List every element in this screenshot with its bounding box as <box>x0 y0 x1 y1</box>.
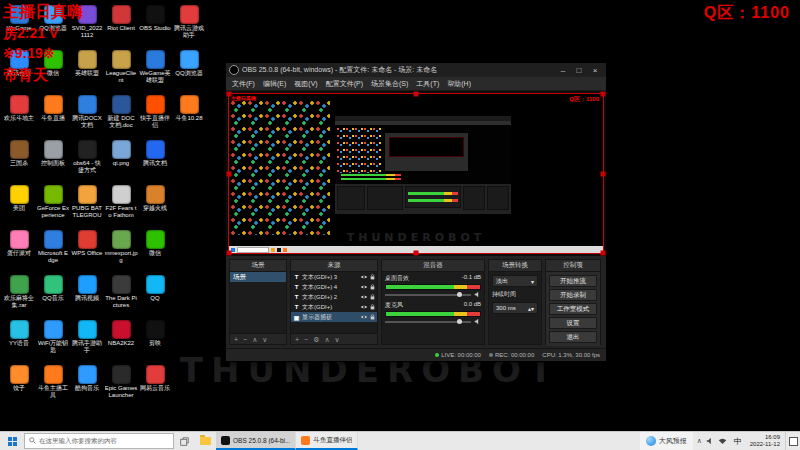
desktop-icon[interactable]: WeGame英雄联盟 <box>138 47 172 92</box>
desktop-icon[interactable]: F2F Fears to Fathom <box>104 182 138 227</box>
maximize-button[interactable]: □ <box>571 64 587 76</box>
control-button[interactable]: 开始录制 <box>549 289 597 301</box>
desktop-icon[interactable]: 腾讯DOCX文档 <box>70 92 104 137</box>
volume-icon[interactable] <box>706 437 714 446</box>
desktop-icon[interactable]: 腾讯手游助手 <box>70 317 104 362</box>
desktop-icon[interactable]: 斗鱼10.28 <box>172 92 206 137</box>
control-button[interactable]: 工作室模式 <box>549 303 597 315</box>
scene-up-button[interactable]: ∧ <box>252 336 257 343</box>
desktop-icon[interactable]: QQ音乐 <box>36 272 70 317</box>
desktop-icon[interactable]: 微信 <box>138 227 172 272</box>
start-button[interactable] <box>0 432 24 450</box>
source-row[interactable]: T 文本(GDI+) <box>291 302 377 312</box>
scene-item[interactable]: 场景 <box>230 272 286 282</box>
desktop-icon[interactable]: 腾讯视频 <box>70 272 104 317</box>
visibility-eye-icon[interactable] <box>360 304 368 310</box>
tray-expand-icon[interactable]: ∧ <box>697 437 702 445</box>
minimize-button[interactable]: – <box>555 64 571 76</box>
close-button[interactable]: × <box>587 64 603 76</box>
visibility-eye-icon[interactable] <box>360 274 368 280</box>
desktop-icon[interactable]: Epic Games Launcher <box>104 362 138 407</box>
desktop-icon[interactable]: GeForce Experience <box>36 182 70 227</box>
taskbar-weather-widget[interactable]: 大风预报 <box>640 432 693 450</box>
desktop-icon[interactable]: NBA2K22 <box>104 317 138 362</box>
menu-item[interactable]: 工具(T) <box>416 79 439 89</box>
desktop-icon[interactable]: WPS Office <box>70 227 104 272</box>
selection-handle[interactable] <box>414 251 419 256</box>
desktop-icon[interactable]: QQ浏览器 <box>172 47 206 92</box>
desktop-icon[interactable]: QQ浏览器 <box>36 2 70 47</box>
remove-source-button[interactable]: − <box>304 336 308 343</box>
visibility-eye-icon[interactable] <box>360 314 368 320</box>
visibility-eye-icon[interactable] <box>360 284 368 290</box>
desktop-icon[interactable]: 新建 DOC 文档.doc <box>104 92 138 137</box>
selection-handle[interactable] <box>227 171 232 176</box>
network-icon[interactable] <box>718 437 727 446</box>
desktop-icon[interactable]: 欢乐斗地主 <box>2 92 36 137</box>
selection-handle[interactable] <box>601 171 606 176</box>
taskbar-window-button[interactable]: 斗鱼直播伴侣 <box>296 432 358 450</box>
selection-handle[interactable] <box>227 92 232 97</box>
source-row[interactable]: T 文本(GDI+) 4 <box>291 282 377 292</box>
menu-item[interactable]: 配置文件(P) <box>326 79 363 89</box>
lock-icon[interactable] <box>370 274 375 280</box>
desktop-icon[interactable]: QQ <box>138 272 172 317</box>
remove-scene-button[interactable]: − <box>243 336 247 343</box>
desktop-icon[interactable]: 斗鱼主播工具 <box>36 362 70 407</box>
desktop-icon[interactable]: Riot Client <box>104 2 138 47</box>
desktop-icon[interactable]: 剪映 <box>138 317 172 362</box>
desktop-icon[interactable]: Microsoft Edge <box>36 227 70 272</box>
speaker-icon[interactable] <box>474 291 481 298</box>
menu-item[interactable]: 编辑(E) <box>263 79 286 89</box>
obs-titlebar[interactable]: OBS 25.0.8 (64-bit, windows) - 配置文件: 未命名… <box>226 63 606 77</box>
menu-item[interactable]: 文件(F) <box>232 79 255 89</box>
desktop-icon[interactable]: 腾讯云游戏助手 <box>172 2 206 47</box>
source-down-button[interactable]: ∨ <box>335 336 340 343</box>
visibility-eye-icon[interactable] <box>360 294 368 300</box>
selection-handle[interactable] <box>227 251 232 256</box>
desktop-icon[interactable]: 饺子 <box>2 362 36 407</box>
taskbar-window-button[interactable]: OBS 25.0.8 (64-bi... <box>216 432 296 450</box>
desktop-icon[interactable]: obs64 - 快捷方式 <box>70 137 104 182</box>
desktop-icon[interactable]: 网易云音乐 <box>138 362 172 407</box>
obs-preview[interactable]: 主播日真嗨 Q区：1100 <box>226 91 606 256</box>
taskbar-search-box[interactable]: 在这里输入你要搜索的内容 <box>24 433 174 449</box>
desktop-icon[interactable]: OBS Studio <box>138 2 172 47</box>
desktop-icon[interactable]: 美团 <box>2 182 36 227</box>
desktop-icon[interactable]: mmexport.jpg <box>104 227 138 272</box>
desktop-icon[interactable]: 腾讯文档 <box>138 137 172 182</box>
source-row[interactable]: T 文本(GDI+) 3 <box>291 272 377 282</box>
desktop-icon[interactable]: 穿越火线 <box>138 182 172 227</box>
duration-spinner[interactable]: 300 ms ▴▾ <box>492 302 538 314</box>
taskbar-clock[interactable]: 16:09 2022-11-12 <box>745 432 785 450</box>
desktop-icon[interactable]: 斗鱼直播 <box>36 92 70 137</box>
spinner-arrows-icon[interactable]: ▴▾ <box>528 305 534 312</box>
source-row[interactable]: T 文本(GDI+) 2 <box>291 292 377 302</box>
desktop-icon[interactable]: 蛋仔派对 <box>2 227 36 272</box>
file-explorer-button[interactable] <box>194 432 216 450</box>
task-view-button[interactable] <box>174 432 194 450</box>
source-row[interactable]: ▣ 显示器捕获 <box>291 312 377 322</box>
source-properties-button[interactable]: ⚙ <box>313 336 319 343</box>
desktop-icon[interactable]: PUBG BATTLEGROUNDS <box>70 182 104 227</box>
desktop-icon[interactable]: 快手直播伴侣 <box>138 92 172 137</box>
lock-icon[interactable] <box>370 314 375 320</box>
slider-knob[interactable] <box>457 292 462 297</box>
add-scene-button[interactable]: + <box>234 336 238 343</box>
desktop-icon[interactable]: qi.png <box>104 137 138 182</box>
desktop-icon[interactable]: WiFi万能钥匙 <box>36 317 70 362</box>
desktop-icon[interactable]: 微信 <box>36 47 70 92</box>
desktop-icon[interactable]: 英雄联盟 <box>70 47 104 92</box>
desktop-icon[interactable]: The Dark Pictures <box>104 272 138 317</box>
desktop-icon[interactable]: YY语音 <box>2 317 36 362</box>
volume-slider[interactable] <box>385 291 471 298</box>
lock-icon[interactable] <box>370 304 375 310</box>
desktop-icon[interactable]: 三国杀 <box>2 137 36 182</box>
desktop-icon[interactable]: WeGame <box>2 2 36 47</box>
menu-item[interactable]: 视图(V) <box>294 79 317 89</box>
preview-canvas[interactable]: 主播日真嗨 Q区：1100 <box>229 94 603 253</box>
desktop-icon[interactable]: LeagueClient <box>104 47 138 92</box>
ime-indicator[interactable]: 中 <box>731 432 745 450</box>
notification-center-button[interactable] <box>785 432 800 450</box>
selection-handle[interactable] <box>414 92 419 97</box>
